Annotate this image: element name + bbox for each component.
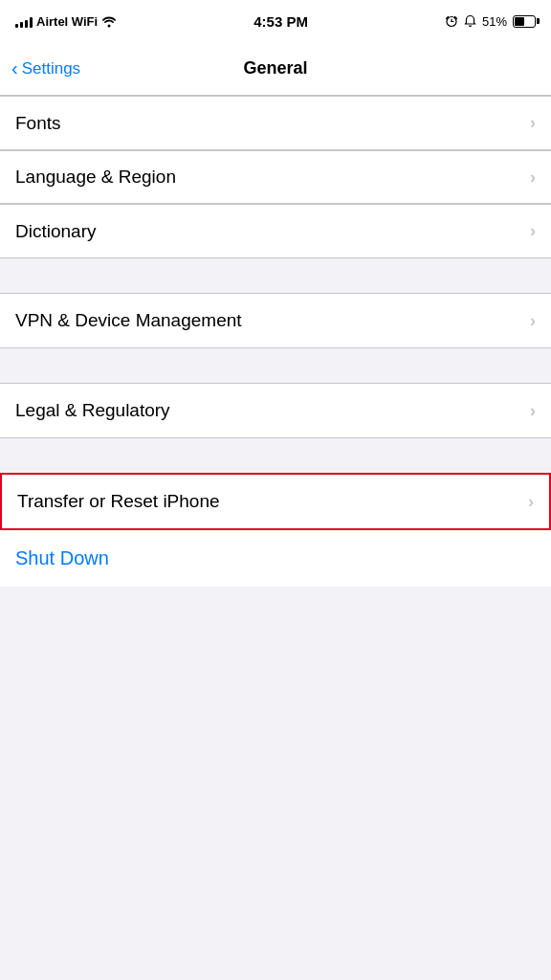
transfer-reset-chevron-icon: › <box>528 492 534 512</box>
status-right: 51% <box>445 14 536 29</box>
fonts-chevron-icon: › <box>530 113 536 133</box>
section-group-2: VPN & Device Management › <box>0 293 551 348</box>
language-region-item[interactable]: Language & Region › <box>0 150 551 204</box>
bell-icon <box>464 14 476 28</box>
status-bar: Airtel WiFi 4:53 PM 51% <box>0 0 551 42</box>
section-group-3: Legal & Regulatory › <box>0 383 551 438</box>
back-label: Settings <box>22 59 80 78</box>
section-group-4: Transfer or Reset iPhone › <box>0 473 551 530</box>
back-chevron-icon: ‹ <box>11 58 18 78</box>
legal-item[interactable]: Legal & Regulatory › <box>0 384 551 437</box>
separator-2 <box>0 348 551 383</box>
legal-chevron-icon: › <box>530 401 536 421</box>
shut-down-button[interactable]: Shut Down <box>15 547 109 569</box>
settings-content: Fonts › Language & Region › Dictionary ›… <box>0 96 551 587</box>
language-region-chevron-icon: › <box>530 167 536 188</box>
separator-3 <box>0 438 551 473</box>
back-button[interactable]: ‹ Settings <box>11 59 80 78</box>
vpn-item[interactable]: VPN & Device Management › <box>0 294 551 347</box>
status-time: 4:53 PM <box>253 13 308 30</box>
vpn-chevron-icon: › <box>530 311 536 331</box>
fonts-item[interactable]: Fonts › <box>0 97 551 150</box>
dictionary-chevron-icon: › <box>530 221 536 241</box>
shut-down-section: Shut Down <box>0 530 551 587</box>
signal-icon <box>15 14 33 28</box>
fonts-label: Fonts <box>15 113 61 134</box>
transfer-reset-label: Transfer or Reset iPhone <box>17 491 220 512</box>
section-group-1: Fonts › Language & Region › Dictionary › <box>0 96 551 258</box>
status-left: Airtel WiFi <box>15 14 117 29</box>
wifi-icon <box>101 14 117 28</box>
transfer-reset-item[interactable]: Transfer or Reset iPhone › <box>2 475 549 528</box>
battery-icon <box>513 15 536 28</box>
dictionary-label: Dictionary <box>15 221 96 242</box>
nav-bar: ‹ Settings General <box>0 42 551 96</box>
legal-label: Legal & Regulatory <box>15 400 170 421</box>
page-title: General <box>243 58 307 78</box>
alarm-icon <box>445 14 458 28</box>
language-region-label: Language & Region <box>15 167 176 188</box>
vpn-label: VPN & Device Management <box>15 310 242 331</box>
battery-percent: 51% <box>482 14 507 29</box>
carrier-label: Airtel WiFi <box>36 14 98 29</box>
separator-1 <box>0 258 551 293</box>
dictionary-item[interactable]: Dictionary › <box>0 204 551 257</box>
